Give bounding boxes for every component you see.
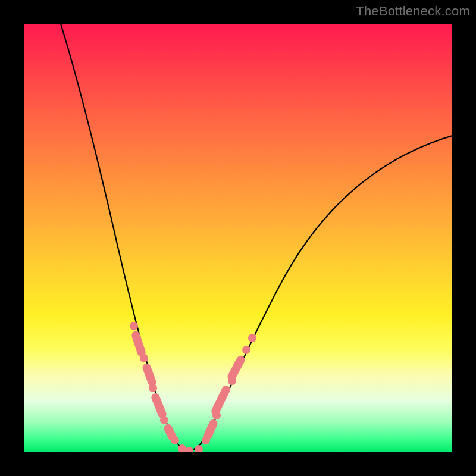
svg-point-18 (242, 346, 250, 354)
watermark-text: TheBottleneck.com (356, 4, 470, 19)
svg-rect-1 (131, 330, 147, 358)
chart-frame: TheBottleneck.com (0, 0, 476, 476)
svg-point-4 (149, 384, 157, 392)
svg-point-0 (130, 322, 138, 330)
svg-point-8 (171, 436, 179, 444)
svg-point-2 (140, 354, 148, 362)
svg-rect-3 (142, 362, 158, 387)
bottleneck-curve-svg (24, 24, 452, 452)
bottleneck-curve (61, 24, 452, 450)
svg-point-11 (195, 445, 203, 452)
svg-rect-5 (150, 392, 167, 419)
plot-area (24, 24, 452, 452)
svg-rect-15 (210, 384, 231, 417)
svg-point-10 (185, 447, 193, 452)
svg-rect-13 (202, 418, 218, 441)
right-marker-cluster (202, 334, 256, 444)
left-marker-cluster (130, 322, 186, 452)
svg-rect-17 (226, 354, 246, 382)
svg-point-19 (248, 334, 256, 342)
svg-point-6 (160, 416, 168, 424)
